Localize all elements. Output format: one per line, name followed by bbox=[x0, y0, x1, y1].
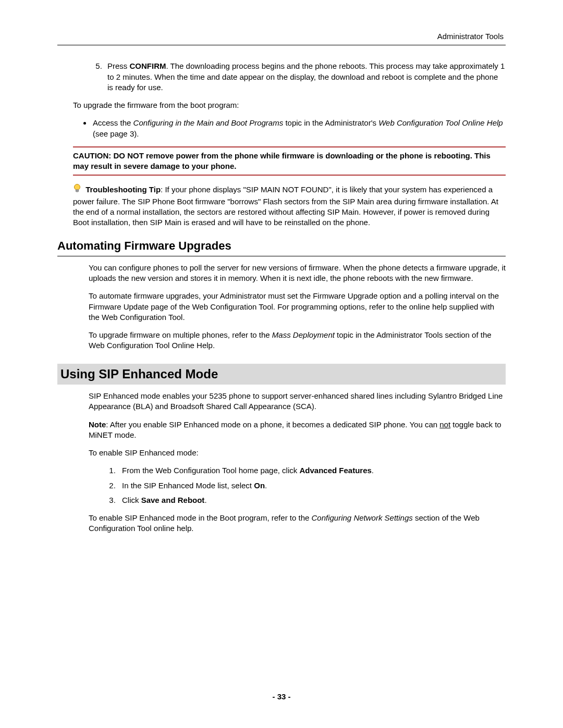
page-number: - 33 - bbox=[0, 692, 563, 702]
sip-p1: SIP Enhanced mode enables your 5235 phon… bbox=[89, 391, 506, 412]
sip-note: Note: After you enable SIP Enhanced mode… bbox=[89, 419, 506, 441]
svg-point-0 bbox=[75, 184, 80, 190]
troubleshooting-tip: Troubleshooting Tip: If your phone displ… bbox=[73, 184, 506, 228]
heading-divider bbox=[57, 256, 506, 256]
body-column: Press CONFIRM. The downloading process b… bbox=[89, 61, 506, 534]
step-list: Press CONFIRM. The downloading process b… bbox=[89, 61, 506, 93]
sip-steps: From the Web Configuration Tool home pag… bbox=[89, 465, 506, 505]
sip-step-1: From the Web Configuration Tool home pag… bbox=[118, 465, 506, 476]
step-5: Press CONFIRM. The downloading process b… bbox=[104, 61, 506, 93]
access-bullets: Access the Configuring in the Main and B… bbox=[73, 118, 506, 139]
access-bullet: Access the Configuring in the Main and B… bbox=[92, 118, 506, 139]
upgrade-boot-intro: To upgrade the firmware from the boot pr… bbox=[73, 100, 506, 110]
heading-sip-mode: Using SIP Enhanced Mode bbox=[57, 364, 506, 385]
auto-p3: To upgrade firmware on multiple phones, … bbox=[89, 330, 506, 351]
lightbulb-icon bbox=[73, 184, 81, 196]
caution-box: CAUTION: DO NOT remove power from the ph… bbox=[73, 146, 506, 176]
sip-enable-intro: To enable SIP Enhanced mode: bbox=[89, 448, 506, 458]
document-page: Administrator Tools Press CONFIRM. The d… bbox=[0, 0, 563, 728]
heading-automating: Automating Firmware Upgrades bbox=[57, 238, 506, 254]
sip-step-3: Click Save and Reboot. bbox=[118, 495, 506, 505]
sip-boot-ref: To enable SIP Enhanced mode in the Boot … bbox=[89, 513, 506, 534]
sip-step-2: In the SIP Enhanced Mode list, select On… bbox=[118, 480, 506, 491]
header-divider bbox=[57, 45, 506, 45]
auto-p2: To automate firmware upgrades, your Admi… bbox=[89, 291, 506, 323]
auto-p1: You can configure phones to poll the ser… bbox=[89, 263, 506, 284]
page-header: Administrator Tools bbox=[57, 31, 506, 42]
step-5-text: Press CONFIRM. The downloading process b… bbox=[107, 61, 505, 92]
